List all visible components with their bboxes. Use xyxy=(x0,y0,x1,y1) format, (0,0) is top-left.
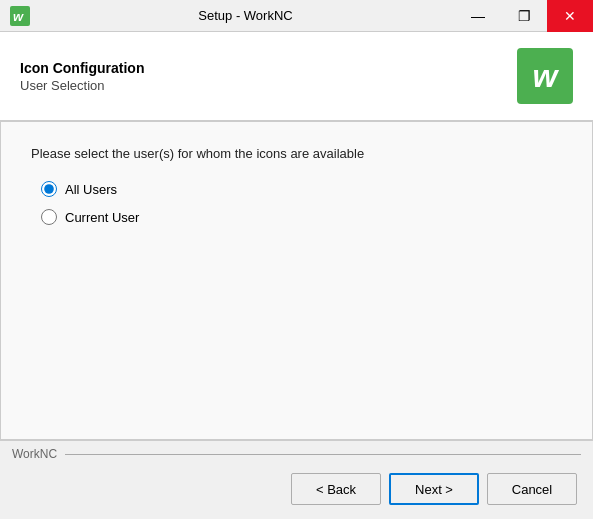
maximize-button[interactable]: ❐ xyxy=(501,0,547,32)
close-button[interactable]: ✕ xyxy=(547,0,593,32)
back-button[interactable]: < Back xyxy=(291,473,381,505)
main-content: Please select the user(s) for whom the i… xyxy=(0,121,593,440)
radio-all-users-input[interactable] xyxy=(41,181,57,197)
window-controls: — ❐ ✕ xyxy=(455,0,593,31)
radio-current-user-label: Current User xyxy=(65,210,139,225)
minimize-button[interactable]: — xyxy=(455,0,501,32)
footer: WorkNC < Back Next > Cancel xyxy=(0,440,593,519)
worknc-logo: w xyxy=(517,48,573,104)
footer-divider xyxy=(65,454,581,455)
app-icon: w xyxy=(10,6,30,26)
footer-brand: WorkNC xyxy=(0,441,593,463)
cancel-button[interactable]: Cancel xyxy=(487,473,577,505)
title-bar: w Setup - WorkNC — ❐ ✕ xyxy=(0,0,593,32)
header-title: Icon Configuration xyxy=(20,60,144,76)
window-title: Setup - WorkNC xyxy=(36,8,455,23)
next-button[interactable]: Next > xyxy=(389,473,479,505)
footer-buttons: < Back Next > Cancel xyxy=(0,463,593,519)
footer-brand-text: WorkNC xyxy=(12,447,57,461)
logo-letter: w xyxy=(533,58,558,95)
radio-group: All Users Current User xyxy=(41,181,562,225)
radio-all-users-label: All Users xyxy=(65,182,117,197)
radio-all-users[interactable]: All Users xyxy=(41,181,562,197)
instructions-text: Please select the user(s) for whom the i… xyxy=(31,146,562,161)
header-section: Icon Configuration User Selection w xyxy=(0,32,593,121)
header-subtitle: User Selection xyxy=(20,78,144,93)
radio-current-user[interactable]: Current User xyxy=(41,209,562,225)
radio-current-user-input[interactable] xyxy=(41,209,57,225)
header-text: Icon Configuration User Selection xyxy=(20,60,144,93)
svg-text:w: w xyxy=(13,9,24,24)
